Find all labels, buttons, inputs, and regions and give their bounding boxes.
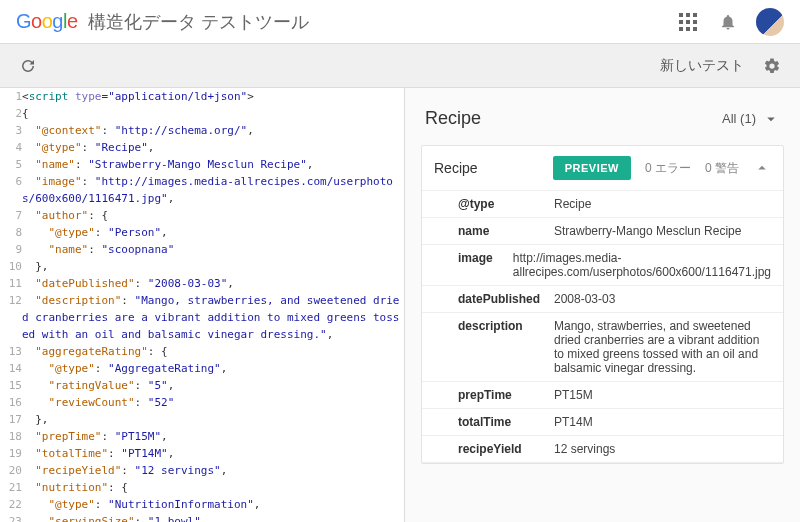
- code-line[interactable]: "prepTime": "PT15M",: [22, 428, 404, 445]
- property-value: 2008-03-03: [554, 292, 771, 306]
- line-number: 8: [0, 224, 22, 241]
- line-number: 21: [0, 479, 22, 496]
- card-title: Recipe: [434, 160, 478, 176]
- preview-button[interactable]: PREVIEW: [553, 156, 631, 180]
- svg-rect-5: [693, 20, 697, 24]
- code-line[interactable]: "name": "scoopnana": [22, 241, 404, 258]
- property-value: Mango, strawberries, and sweetened dried…: [554, 319, 771, 375]
- collapse-toggle[interactable]: [753, 159, 771, 177]
- code-line[interactable]: "author": {: [22, 207, 404, 224]
- property-value: PT14M: [554, 415, 771, 429]
- line-number: 6: [0, 173, 22, 207]
- filter-label: All (1): [722, 111, 756, 126]
- line-number: 2: [0, 105, 22, 122]
- property-row: imagehttp://images.media-allrecipes.com/…: [422, 245, 783, 286]
- line-number: 22: [0, 496, 22, 513]
- property-value: Recipe: [554, 197, 771, 211]
- line-number: 10: [0, 258, 22, 275]
- property-value: http://images.media-allrecipes.com/userp…: [513, 251, 771, 279]
- code-line[interactable]: "image": "http://images.media-allrecipes…: [22, 173, 404, 207]
- app-title: 構造化データ テストツール: [88, 10, 309, 34]
- property-key: datePublished: [434, 292, 554, 306]
- code-line[interactable]: "datePublished": "2008-03-03",: [22, 275, 404, 292]
- code-line[interactable]: "nutrition": {: [22, 479, 404, 496]
- line-number: 9: [0, 241, 22, 258]
- property-value: Strawberry-Mango Mesclun Recipe: [554, 224, 771, 238]
- line-number: 12: [0, 292, 22, 343]
- line-number: 15: [0, 377, 22, 394]
- svg-rect-8: [693, 27, 697, 31]
- property-key: image: [434, 251, 513, 279]
- svg-rect-7: [686, 27, 690, 31]
- line-number: 19: [0, 445, 22, 462]
- property-value: PT15M: [554, 388, 771, 402]
- svg-rect-2: [693, 13, 697, 17]
- svg-rect-6: [679, 27, 683, 31]
- line-number: 16: [0, 394, 22, 411]
- chevron-down-icon: [762, 110, 780, 128]
- svg-rect-4: [686, 20, 690, 24]
- property-row: nameStrawberry-Mango Mesclun Recipe: [422, 218, 783, 245]
- google-logo: Google: [16, 10, 78, 33]
- code-line[interactable]: "name": "Strawberry-Mango Mesclun Recipe…: [22, 156, 404, 173]
- warning-count: 0 警告: [705, 160, 739, 177]
- code-line[interactable]: "servingSize": "1 bowl",: [22, 513, 404, 522]
- gear-icon[interactable]: [760, 54, 784, 78]
- property-key: totalTime: [434, 415, 554, 429]
- line-number: 14: [0, 360, 22, 377]
- property-key: name: [434, 224, 554, 238]
- code-line[interactable]: "description": "Mango, strawberries, and…: [22, 292, 404, 343]
- code-line[interactable]: "@type": "Person",: [22, 224, 404, 241]
- app-header: Google 構造化データ テストツール: [0, 0, 800, 44]
- error-count: 0 エラー: [645, 160, 691, 177]
- property-row: recipeYield12 servings: [422, 436, 783, 463]
- property-row: @typeRecipe: [422, 191, 783, 218]
- property-row: descriptionMango, strawberries, and swee…: [422, 313, 783, 382]
- code-line[interactable]: {: [22, 105, 404, 122]
- line-number: 23: [0, 513, 22, 522]
- line-number: 3: [0, 122, 22, 139]
- code-line[interactable]: "ratingValue": "5",: [22, 377, 404, 394]
- code-line[interactable]: },: [22, 411, 404, 428]
- line-number: 17: [0, 411, 22, 428]
- code-line[interactable]: "recipeYield": "12 servings",: [22, 462, 404, 479]
- avatar[interactable]: [756, 8, 784, 36]
- property-row: totalTimePT14M: [422, 409, 783, 436]
- code-line[interactable]: "@context": "http://schema.org/",: [22, 122, 404, 139]
- property-key: recipeYield: [434, 442, 554, 456]
- code-line[interactable]: <script type="application/ld+json">: [22, 88, 404, 105]
- property-value: 12 servings: [554, 442, 771, 456]
- notifications-icon[interactable]: [716, 10, 740, 34]
- code-line[interactable]: "reviewCount": "52": [22, 394, 404, 411]
- svg-rect-1: [686, 13, 690, 17]
- code-line[interactable]: "@type": "Recipe",: [22, 139, 404, 156]
- line-number: 20: [0, 462, 22, 479]
- property-key: description: [434, 319, 554, 375]
- property-row: prepTimePT15M: [422, 382, 783, 409]
- toolbar: 新しいテスト: [0, 44, 800, 88]
- code-line[interactable]: "aggregateRating": {: [22, 343, 404, 360]
- code-line[interactable]: },: [22, 258, 404, 275]
- svg-rect-3: [679, 20, 683, 24]
- line-number: 11: [0, 275, 22, 292]
- property-key: @type: [434, 197, 554, 211]
- code-line[interactable]: "@type": "AggregateRating",: [22, 360, 404, 377]
- line-number: 7: [0, 207, 22, 224]
- code-line[interactable]: "@type": "NutritionInformation",: [22, 496, 404, 513]
- line-number: 1: [0, 88, 22, 105]
- code-line[interactable]: "totalTime": "PT14M",: [22, 445, 404, 462]
- svg-rect-0: [679, 13, 683, 17]
- line-number: 5: [0, 156, 22, 173]
- chevron-up-icon: [753, 159, 771, 177]
- property-row: datePublished2008-03-03: [422, 286, 783, 313]
- refresh-icon[interactable]: [16, 54, 40, 78]
- property-key: prepTime: [434, 388, 554, 402]
- code-panel[interactable]: 1<script type="application/ld+json">2{3 …: [0, 88, 405, 522]
- new-test-button[interactable]: 新しいテスト: [660, 57, 744, 75]
- apps-icon[interactable]: [676, 10, 700, 34]
- line-number: 18: [0, 428, 22, 445]
- results-heading: Recipe: [425, 108, 481, 129]
- filter-dropdown[interactable]: All (1): [722, 110, 780, 128]
- line-number: 4: [0, 139, 22, 156]
- line-number: 13: [0, 343, 22, 360]
